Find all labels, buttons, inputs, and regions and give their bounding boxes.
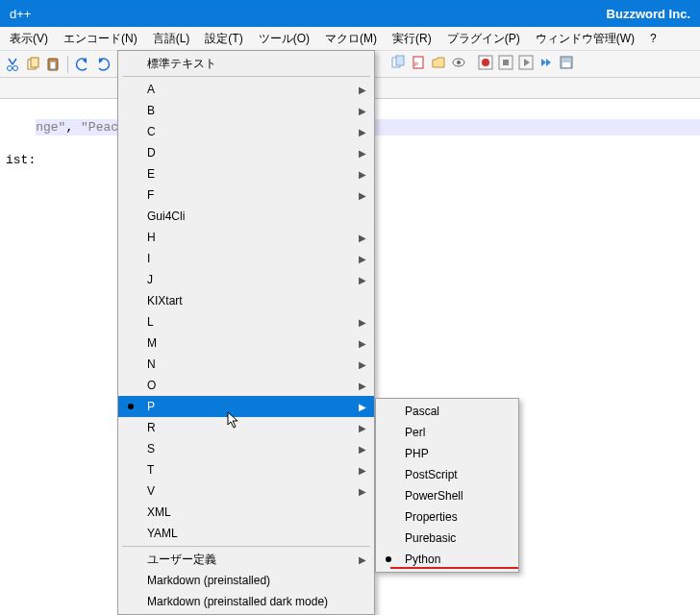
submenu-item-label: Pascal (405, 405, 439, 418)
menu-item-label: KIXtart (147, 294, 183, 308)
svg-rect-18 (562, 62, 570, 67)
chevron-right-icon: ▶ (359, 423, 366, 433)
submenu-item[interactable]: Properties (376, 506, 518, 528)
language-menu-item[interactable]: F▶ (118, 184, 374, 206)
chevron-right-icon: ▶ (359, 359, 366, 370)
svg-point-0 (8, 65, 12, 70)
title-text-right: Buzzword Inc. (607, 7, 690, 21)
paste-icon[interactable] (43, 55, 62, 74)
language-menu-item[interactable]: Gui4Cli (118, 206, 374, 227)
language-menu-item[interactable]: H▶ (118, 227, 374, 248)
menu-standard-text[interactable]: 標準テキスト (118, 53, 374, 74)
language-menu-item[interactable]: YAML (118, 523, 374, 544)
svg-text:P: P (414, 62, 418, 67)
record-icon[interactable] (476, 53, 495, 72)
menu-view[interactable]: 表示(V) (2, 28, 56, 50)
language-menu-item[interactable]: XML (118, 502, 374, 523)
submenu-item-label: PowerShell (405, 489, 463, 503)
toolbar-sep (67, 56, 68, 73)
language-menu-item[interactable]: N▶ (118, 354, 374, 375)
language-menu-item[interactable]: C▶ (118, 121, 374, 142)
language-menu-item[interactable]: E▶ (118, 163, 374, 184)
clone-doc-icon[interactable] (388, 53, 408, 72)
language-menu-item[interactable]: ユーザー定義▶ (118, 549, 374, 570)
submenu-item-label: Perl (405, 426, 425, 439)
cut-icon[interactable] (3, 55, 22, 74)
chevron-right-icon: ▶ (359, 554, 366, 565)
copy-icon[interactable] (23, 55, 42, 74)
menu-help[interactable]: ? (642, 29, 664, 48)
language-menu-item[interactable]: R▶ (118, 417, 374, 438)
language-menu-item[interactable]: I▶ (118, 248, 374, 269)
menu-settings[interactable]: 設定(T) (197, 28, 250, 50)
menu-item-label: O (147, 379, 156, 392)
submenu-item-label: PHP (405, 447, 429, 460)
chevron-right-icon: ▶ (359, 85, 366, 95)
language-menu-item[interactable]: J▶ (118, 269, 374, 290)
chevron-right-icon: ▶ (359, 402, 366, 412)
redo-icon[interactable] (93, 55, 112, 74)
save-macro-icon[interactable] (557, 53, 576, 72)
menu-macro[interactable]: マクロ(M) (317, 28, 385, 50)
menu-item-label: C (147, 125, 156, 138)
chevron-right-icon: ▶ (359, 381, 366, 391)
pdf-icon[interactable]: P (409, 53, 428, 72)
language-menu-item[interactable]: KIXtart (118, 290, 374, 311)
eye-icon[interactable] (449, 53, 468, 72)
language-menu-item[interactable]: O▶ (118, 375, 374, 396)
language-menu-item[interactable]: Markdown (preinstalled dark mode) (118, 591, 374, 612)
menu-window[interactable]: ウィンドウ管理(W) (528, 28, 642, 50)
chevron-right-icon: ▶ (359, 338, 366, 349)
menu-item-label: L (147, 315, 154, 329)
chevron-right-icon: ▶ (359, 127, 366, 137)
chevron-right-icon: ▶ (359, 148, 366, 159)
language-menu-item[interactable]: S▶ (118, 438, 374, 459)
titlebar: d++ Buzzword Inc. (0, 0, 700, 27)
submenu-item-label: PostScript (405, 468, 458, 481)
menu-encoding[interactable]: エンコード(N) (56, 28, 145, 50)
menu-separator (122, 546, 370, 547)
chevron-right-icon: ▶ (359, 190, 366, 201)
chevron-right-icon: ▶ (359, 275, 366, 285)
menu-item-label: F (147, 188, 154, 202)
undo-icon[interactable] (73, 55, 92, 74)
language-menu-item[interactable]: T▶ (118, 459, 374, 480)
menu-item-label: Gui4Cli (147, 209, 185, 223)
submenu-item[interactable]: PowerShell (376, 485, 518, 506)
language-menu-item[interactable]: M▶ (118, 332, 374, 354)
language-submenu-p: PascalPerlPHPPostScriptPowerShellPropert… (375, 398, 519, 573)
play-icon[interactable] (516, 53, 536, 72)
submenu-item[interactable]: PHP (376, 443, 518, 464)
language-menu-item[interactable]: Markdown (preinstalled) (118, 570, 374, 591)
menu-item-label: 標準テキスト (147, 56, 216, 72)
chevron-right-icon: ▶ (359, 444, 366, 455)
language-menu-item[interactable]: L▶ (118, 311, 374, 332)
svg-rect-3 (31, 58, 38, 67)
menu-language[interactable]: 言語(L) (145, 28, 198, 50)
annotation-underline (390, 567, 518, 569)
language-menu-item[interactable]: B▶ (118, 100, 374, 121)
fast-forward-icon[interactable] (537, 53, 556, 72)
menu-item-label: ユーザー定義 (147, 552, 216, 568)
language-menu-item[interactable]: A▶ (118, 79, 374, 100)
menu-item-label: A (147, 83, 155, 96)
language-menu-item[interactable]: V▶ (118, 480, 374, 502)
menu-item-label: Markdown (preinstalled) (147, 574, 270, 587)
menu-tools[interactable]: ツール(O) (251, 28, 317, 50)
bullet-icon (386, 556, 391, 562)
submenu-item-label: Purebasic (405, 531, 456, 545)
chevron-right-icon: ▶ (359, 254, 366, 264)
svg-rect-15 (503, 60, 509, 65)
menu-item-label: S (147, 442, 155, 455)
submenu-item[interactable]: Purebasic (376, 528, 518, 549)
menu-run[interactable]: 実行(R) (385, 28, 439, 50)
submenu-item[interactable]: Perl (376, 422, 518, 443)
stop-icon[interactable] (496, 53, 515, 72)
menu-plugins[interactable]: プラグイン(P) (439, 28, 528, 50)
submenu-item[interactable]: Pascal (376, 401, 518, 422)
language-menu-item[interactable]: D▶ (118, 142, 374, 163)
menu-item-label: N (147, 357, 156, 371)
folder-open-icon[interactable] (429, 53, 448, 72)
language-menu-item[interactable]: P▶ (118, 396, 374, 417)
submenu-item[interactable]: PostScript (376, 464, 518, 485)
